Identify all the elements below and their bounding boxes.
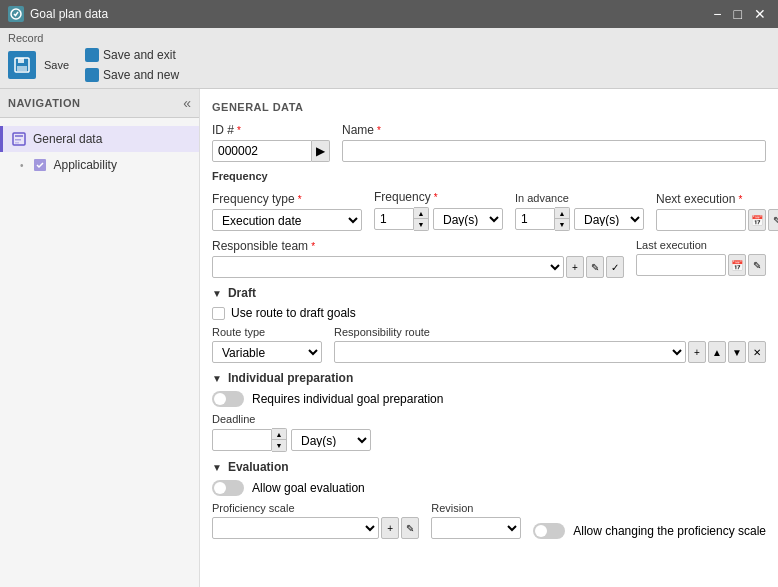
- frequency-row: Frequency type * Execution date Fixed da…: [212, 190, 766, 231]
- frequency-down-button[interactable]: ▼: [414, 219, 428, 230]
- individual-prep-collapse-arrow: ▼: [212, 373, 222, 384]
- maximize-button[interactable]: □: [730, 7, 746, 21]
- proficiency-scale-group: Proficiency scale + ✎: [212, 502, 419, 539]
- revision-group: Revision: [431, 502, 521, 539]
- id-group: ID # * ▶: [212, 123, 330, 162]
- applicability-label: Applicability: [54, 158, 117, 172]
- use-route-checkbox[interactable]: [212, 307, 225, 320]
- window-title: Goal plan data: [30, 7, 108, 21]
- route-type-group: Route type Variable Fixed: [212, 326, 322, 363]
- allow-changing-toggle-knob: [535, 525, 547, 537]
- deadline-up-button[interactable]: ▲: [272, 429, 286, 440]
- requires-prep-row: Requires individual goal preparation: [212, 391, 766, 407]
- responsibility-route-select[interactable]: [334, 341, 686, 363]
- allow-changing-row: Allow changing the proficiency scale: [533, 523, 766, 539]
- last-execution-clear-button[interactable]: ✎: [748, 254, 766, 276]
- sidebar-collapse-button[interactable]: «: [183, 95, 191, 111]
- revision-select[interactable]: [431, 517, 521, 539]
- last-execution-input[interactable]: [636, 254, 726, 276]
- frequency-section-label: Frequency: [212, 170, 766, 182]
- general-data-icon: [11, 131, 27, 147]
- applicability-icon: [32, 157, 48, 173]
- save-big-icon: [8, 51, 36, 79]
- id-input[interactable]: [212, 140, 312, 162]
- proficiency-row: Proficiency scale + ✎ Revision Allow cha…: [212, 502, 766, 539]
- in-advance-group: In advance ▲ ▼ Day(s) Week(s): [515, 192, 644, 231]
- next-execution-clear-button[interactable]: ✎: [768, 209, 778, 231]
- deadline-label: Deadline: [212, 413, 371, 425]
- route-add-button[interactable]: +: [688, 341, 706, 363]
- draft-collapse-arrow: ▼: [212, 288, 222, 299]
- allow-changing-toggle[interactable]: [533, 523, 565, 539]
- proficiency-scale-label: Proficiency scale: [212, 502, 419, 514]
- responsible-team-check-button[interactable]: ✓: [606, 256, 624, 278]
- frequency-spinner-btns: ▲ ▼: [414, 207, 429, 231]
- last-execution-label: Last execution: [636, 239, 766, 251]
- deadline-unit-select[interactable]: Day(s): [291, 429, 371, 451]
- frequency-input[interactable]: [374, 208, 414, 230]
- sidebar-header: NAVIGATION «: [0, 89, 199, 118]
- content-area: GENERAL DATA ID # * ▶ Name *: [200, 89, 778, 587]
- allow-evaluation-toggle-knob: [214, 482, 226, 494]
- allow-evaluation-toggle[interactable]: [212, 480, 244, 496]
- responsible-team-select[interactable]: [212, 256, 564, 278]
- frequency-type-select[interactable]: Execution date Fixed date Relative: [212, 209, 362, 231]
- proficiency-scale-select[interactable]: [212, 517, 379, 539]
- responsible-team-add-button[interactable]: +: [566, 256, 584, 278]
- general-data-label: General data: [33, 132, 102, 146]
- requires-prep-toggle[interactable]: [212, 391, 244, 407]
- close-button[interactable]: ✕: [750, 7, 770, 21]
- allow-changing-label: Allow changing the proficiency scale: [573, 524, 766, 538]
- responsible-team-group: Responsible team * + ✎ ✓: [212, 239, 624, 278]
- responsible-team-row: Responsible team * + ✎ ✓ Last execution …: [212, 239, 766, 278]
- name-input[interactable]: [342, 140, 766, 162]
- in-advance-spinner-btns: ▲ ▼: [555, 207, 570, 231]
- proficiency-scale-add-button[interactable]: +: [381, 517, 399, 539]
- responsible-team-label: Responsible team *: [212, 239, 624, 253]
- use-route-label: Use route to draft goals: [231, 306, 356, 320]
- svg-rect-7: [15, 142, 19, 144]
- allow-evaluation-row: Allow goal evaluation: [212, 480, 766, 496]
- proficiency-scale-edit-button[interactable]: ✎: [401, 517, 419, 539]
- save-exit-button[interactable]: Save and exit: [81, 46, 183, 64]
- route-row: Route type Variable Fixed Responsibility…: [212, 326, 766, 363]
- frequency-up-button[interactable]: ▲: [414, 208, 428, 219]
- route-down-button[interactable]: ▼: [728, 341, 746, 363]
- draft-section-title: Draft: [228, 286, 256, 300]
- frequency-unit-select[interactable]: Day(s) Week(s) Month(s): [433, 208, 503, 230]
- in-advance-down-button[interactable]: ▼: [555, 219, 569, 230]
- in-advance-up-button[interactable]: ▲: [555, 208, 569, 219]
- in-advance-input[interactable]: [515, 208, 555, 230]
- draft-section-header[interactable]: ▼ Draft: [212, 286, 766, 300]
- save-new-button[interactable]: Save and new: [81, 66, 183, 84]
- app-icon: [8, 6, 24, 22]
- requires-prep-toggle-knob: [214, 393, 226, 405]
- route-up-button[interactable]: ▲: [708, 341, 726, 363]
- sidebar-item-applicability[interactable]: • Applicability: [0, 152, 199, 178]
- evaluation-section-header[interactable]: ▼ Evaluation: [212, 460, 766, 474]
- evaluation-collapse-arrow: ▼: [212, 462, 222, 473]
- sidebar-item-general-data[interactable]: General data: [0, 126, 199, 152]
- next-execution-input[interactable]: [656, 209, 746, 231]
- deadline-spinner-btns: ▲ ▼: [272, 428, 287, 452]
- deadline-group: Deadline ▲ ▼ Day(s): [212, 413, 371, 452]
- id-input-group: ▶: [212, 140, 330, 162]
- in-advance-unit-select[interactable]: Day(s) Week(s): [574, 208, 644, 230]
- deadline-input[interactable]: [212, 429, 272, 451]
- individual-prep-section-header[interactable]: ▼ Individual preparation: [212, 371, 766, 385]
- name-group: Name *: [342, 123, 766, 162]
- responsible-team-edit-button[interactable]: ✎: [586, 256, 604, 278]
- deadline-down-button[interactable]: ▼: [272, 440, 286, 451]
- last-execution-calendar-button[interactable]: 📅: [728, 254, 746, 276]
- name-required: *: [377, 125, 381, 136]
- minimize-button[interactable]: −: [709, 7, 725, 21]
- svg-rect-5: [15, 135, 23, 137]
- svg-rect-3: [17, 66, 27, 71]
- responsibility-route-group: Responsibility route + ▲ ▼ ✕: [334, 326, 766, 363]
- next-execution-calendar-button[interactable]: 📅: [748, 209, 766, 231]
- id-arrow-button[interactable]: ▶: [312, 140, 330, 162]
- individual-prep-section-title: Individual preparation: [228, 371, 353, 385]
- route-clear-button[interactable]: ✕: [748, 341, 766, 363]
- toolbar: Record Save Save and exit Save and new: [0, 28, 778, 89]
- route-type-select[interactable]: Variable Fixed: [212, 341, 322, 363]
